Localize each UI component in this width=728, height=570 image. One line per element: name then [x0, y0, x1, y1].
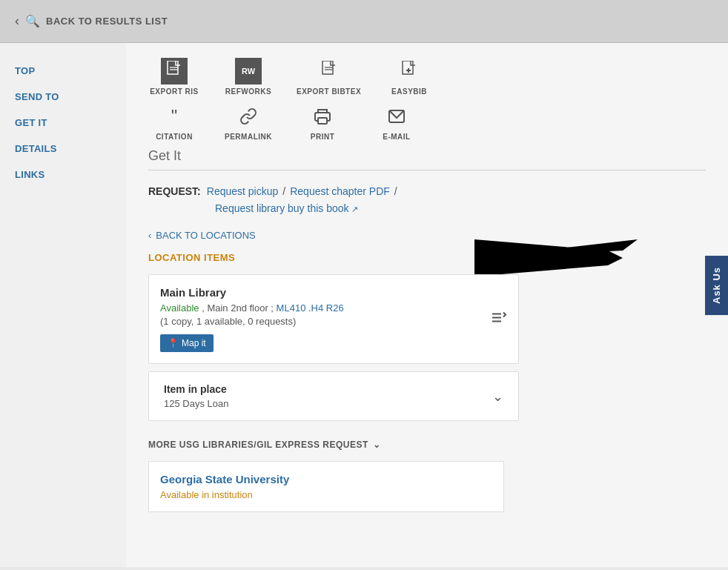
separator-1: / — [282, 185, 285, 197]
map-it-button[interactable]: 📍 Map it — [160, 334, 214, 352]
map-pin-icon: 📍 — [168, 338, 179, 348]
request-chapter-pdf-link[interactable]: Request chapter PDF — [290, 185, 390, 197]
top-bar: ‹ 🔍 BACK TO RESULTS LIST — [0, 0, 728, 43]
sidebar-item-links[interactable]: LINKS — [0, 162, 126, 188]
export-bibtex-button[interactable]: EXPORT BIBTEX — [297, 58, 361, 96]
print-button[interactable]: PRINT — [297, 103, 348, 141]
export-ris-label: EXPORT RIS — [150, 87, 199, 96]
request-row: REQUEST: Request pickup / Request chapte… — [148, 185, 706, 197]
sort-icon[interactable] — [491, 311, 507, 328]
more-libraries-label: MORE USG LIBRARIES/GIL EXPRESS REQUEST — [148, 440, 368, 450]
gsu-name-part1: Georgia State — [160, 473, 236, 486]
permalink-label: PERMALINK — [225, 133, 272, 141]
request-label: REQUEST: — [148, 185, 201, 197]
refworks-label: REFWORKS — [225, 87, 271, 96]
gsu-availability: Available in institution — [160, 489, 492, 500]
sidebar-item-send-to[interactable]: SEND TO — [0, 84, 126, 110]
email-icon — [383, 103, 410, 130]
get-it-title: Get It — [148, 148, 706, 170]
location-items-header: LOCATION ITEMS — [148, 252, 706, 263]
permalink-icon — [235, 103, 262, 130]
availability-status: Available — [160, 302, 199, 314]
export-bibtex-icon — [316, 58, 343, 84]
separator-2: / — [394, 185, 397, 197]
get-it-section: Get It REQUEST: Request pickup / Request… — [148, 148, 706, 215]
item-in-place-card: Item in place 125 Days Loan ⌄ — [148, 371, 519, 421]
toolbar-row-2: " CITATION PERMALINK PRINT E-MAIL — [148, 103, 706, 141]
ask-us-button[interactable]: Ask Us — [705, 255, 728, 314]
refworks-icon: RW — [235, 58, 262, 84]
map-it-label: Map it — [182, 338, 206, 348]
gsu-card: Georgia State University Available in in… — [148, 461, 504, 512]
citation-icon: " — [161, 103, 188, 130]
back-to-locations-label: BACK TO LOCATIONS — [156, 230, 255, 241]
request-buy-row: Request library buy this book ↗ — [148, 202, 706, 215]
availability-text: Available , Main 2nd floor ; ML410 .H4 R… — [160, 302, 507, 314]
back-to-locations-link[interactable]: ‹ BACK TO LOCATIONS — [148, 230, 706, 241]
sidebar-item-details[interactable]: DETAILS — [0, 136, 126, 162]
library-name: Main Library — [160, 286, 507, 299]
item-loan: 125 Days Loan — [164, 398, 228, 409]
item-status: Item in place — [164, 383, 228, 395]
call-number: ML410 .H4 R26 — [277, 302, 344, 314]
search-icon: 🔍 — [25, 14, 40, 28]
back-to-results-label[interactable]: BACK TO RESULTS LIST — [46, 16, 168, 27]
availability-location: , Main 2nd floor ; — [202, 302, 276, 314]
print-label: PRINT — [311, 133, 335, 141]
citation-button[interactable]: " CITATION — [148, 103, 200, 141]
more-libraries-section: MORE USG LIBRARIES/GIL EXPRESS REQUEST ⌄… — [148, 440, 706, 512]
toolbar-row-1: EXPORT RIS RW REFWORKS EXPORT BIBTEX EAS… — [148, 58, 706, 96]
location-card: Main Library Available , Main 2nd floor … — [148, 274, 519, 364]
easybib-icon — [396, 58, 423, 84]
chevron-down-icon[interactable]: ⌄ — [492, 388, 503, 405]
sidebar: TOP SEND TO GET IT DETAILS LINKS — [0, 43, 126, 567]
print-icon — [309, 103, 336, 130]
gsu-name: Georgia State University — [160, 473, 492, 486]
chevron-left-icon: ‹ — [148, 230, 151, 241]
request-pickup-link[interactable]: Request pickup — [207, 185, 279, 197]
easybib-label: EASYBIB — [391, 87, 427, 96]
chevron-down-icon-libraries: ⌄ — [373, 440, 381, 450]
email-button[interactable]: E-MAIL — [371, 103, 423, 141]
permalink-button[interactable]: PERMALINK — [222, 103, 274, 141]
svg-rect-9 — [318, 118, 327, 124]
export-ris-icon — [161, 58, 188, 84]
export-ris-button[interactable]: EXPORT RIS — [148, 58, 200, 96]
main-layout: TOP SEND TO GET IT DETAILS LINKS EXPORT … — [0, 43, 728, 567]
gsu-name-part2: University — [236, 473, 290, 486]
back-arrow-icon: ‹ — [15, 13, 19, 29]
email-label: E-MAIL — [383, 133, 410, 141]
citation-label: CITATION — [156, 133, 193, 141]
more-libraries-toggle[interactable]: MORE USG LIBRARIES/GIL EXPRESS REQUEST ⌄ — [148, 440, 706, 450]
sidebar-item-top[interactable]: TOP — [0, 58, 126, 84]
sidebar-item-get-it[interactable]: GET IT — [0, 110, 126, 136]
content-area: EXPORT RIS RW REFWORKS EXPORT BIBTEX EAS… — [126, 43, 728, 567]
easybib-button[interactable]: EASYBIB — [383, 58, 435, 96]
request-library-buy-link[interactable]: Request library buy this book ↗ — [215, 202, 358, 214]
item-info: Item in place 125 Days Loan — [164, 383, 228, 409]
copies-text: (1 copy, 1 available, 0 requests) — [160, 316, 507, 327]
refworks-button[interactable]: RW REFWORKS — [222, 58, 274, 96]
export-bibtex-label: EXPORT BIBTEX — [297, 87, 361, 96]
